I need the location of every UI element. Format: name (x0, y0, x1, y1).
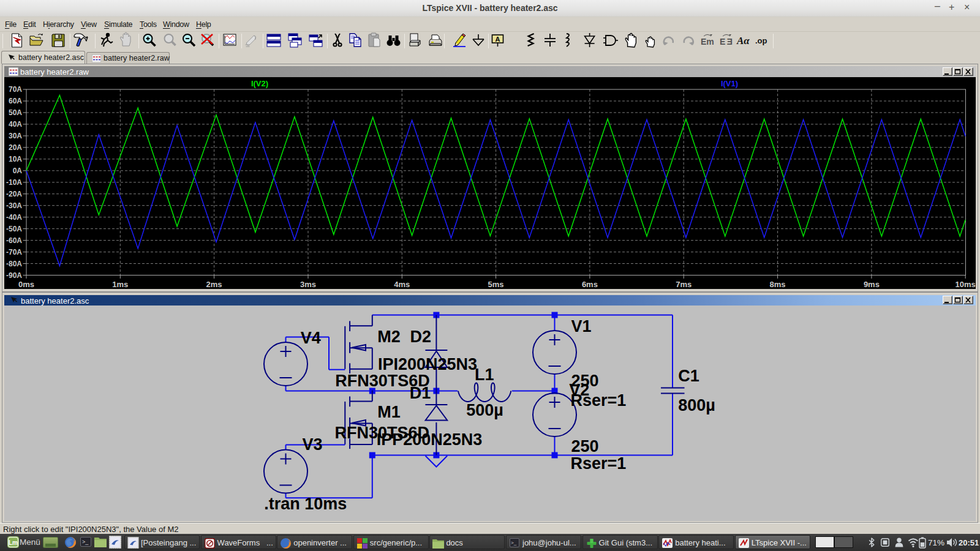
svg-text:D2: D2 (410, 328, 431, 346)
svg-text:-60A: -60A (6, 236, 22, 245)
svg-text:E: E (727, 37, 733, 47)
svg-text:-50A: -50A (6, 225, 22, 233)
svg-text:Lm: Lm (9, 539, 18, 546)
svg-text:IPP200N25N3: IPP200N25N3 (377, 430, 483, 449)
svg-text:250: 250 (571, 437, 598, 455)
svg-text:1ms: 1ms (112, 280, 128, 289)
svg-text:-70A: -70A (6, 248, 22, 257)
svg-text:70A: 70A (9, 85, 22, 94)
svg-text:71%: 71% (928, 538, 944, 547)
svg-text:10A: 10A (9, 155, 22, 163)
svg-text:-90A: -90A (6, 271, 22, 280)
svg-text:Em: Em (701, 37, 714, 47)
svg-text:E: E (720, 37, 725, 47)
svg-text:V3: V3 (303, 435, 323, 454)
svg-text:-80A: -80A (6, 260, 22, 268)
svg-text:-20A: -20A (6, 190, 22, 198)
svg-text:A: A (496, 36, 500, 43)
svg-text:Aα: Aα (736, 35, 750, 47)
svg-text:20:51: 20:51 (959, 538, 979, 547)
svg-text:40A: 40A (9, 120, 22, 129)
svg-text:V4: V4 (301, 329, 321, 347)
svg-text:-10A: -10A (6, 178, 22, 187)
svg-text:M2: M2 (377, 328, 401, 346)
svg-text:L1: L1 (475, 365, 494, 384)
svg-text:0A: 0A (13, 167, 23, 175)
svg-text:50A: 50A (9, 108, 22, 117)
svg-text:2ms: 2ms (206, 280, 222, 289)
svg-text:.tran 10ms: .tran 10ms (264, 495, 347, 513)
svg-text:6ms: 6ms (582, 280, 598, 289)
svg-text:3ms: 3ms (300, 280, 316, 289)
svg-text:Menü: Menü (20, 538, 40, 547)
svg-text:Rser=1: Rser=1 (571, 454, 627, 473)
svg-text:4ms: 4ms (394, 280, 410, 289)
svg-text:7ms: 7ms (676, 280, 692, 289)
svg-text:9ms: 9ms (864, 280, 880, 289)
svg-text:60A: 60A (9, 97, 22, 105)
svg-text:D1: D1 (410, 384, 431, 402)
svg-text:-30A: -30A (6, 201, 22, 210)
svg-text:0ms: 0ms (18, 280, 34, 289)
svg-text:30A: 30A (9, 132, 22, 140)
svg-text:.op: .op (755, 36, 767, 45)
svg-text:Rser=1: Rser=1 (571, 391, 627, 410)
svg-text:IPI200N25N3: IPI200N25N3 (378, 355, 477, 373)
svg-text:20A: 20A (9, 143, 22, 152)
svg-text:8ms: 8ms (770, 280, 786, 289)
svg-text:500µ: 500µ (466, 401, 503, 419)
svg-text:800µ: 800µ (678, 396, 715, 414)
svg-text:-40A: -40A (6, 213, 22, 222)
svg-text:10ms: 10ms (956, 280, 976, 289)
svg-text:C1: C1 (678, 367, 699, 385)
svg-text:V1: V1 (571, 317, 591, 335)
svg-text:M1: M1 (377, 403, 401, 421)
svg-text:I(V2): I(V2) (251, 79, 268, 88)
svg-text:5ms: 5ms (488, 280, 504, 289)
svg-text:I(V1): I(V1) (721, 79, 738, 88)
